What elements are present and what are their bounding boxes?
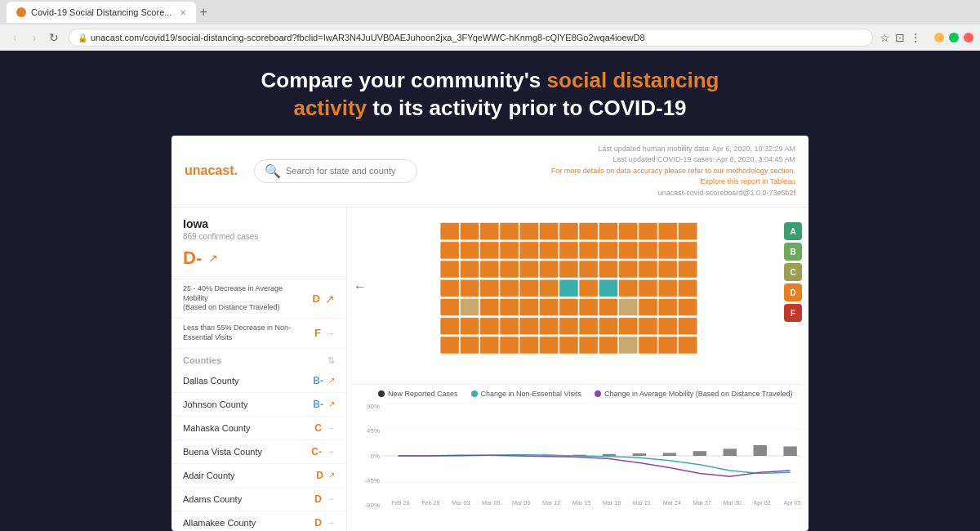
svg-rect-81 [499,337,518,354]
minimize-button[interactable] [934,33,944,42]
sidebar: Iowa 869 confirmed cases D- ↗ 25 - 40% D… [172,207,347,531]
header-orange-2: activity [293,96,367,120]
county-name-mahaska: Mahaska County [183,423,251,433]
svg-rect-106 [693,451,706,456]
url-text: unacast.com/covid19/social-distancing-sc… [91,33,645,42]
svg-rect-80 [479,337,498,354]
url-bar[interactable]: 🔒 unacast.com/covid19/social-distancing-… [69,29,873,47]
visits-label: Change in Non-Essential Visits [481,390,581,398]
county-row-buenavista[interactable]: Buena Vista County C- → [172,440,346,464]
svg-rect-36 [638,261,657,278]
county-row-adams[interactable]: Adams County D → [172,488,346,511]
county-name-allamakee: Allamakee County [183,518,256,528]
close-button[interactable] [964,33,973,42]
legend-item-mobility: Change in Average Mobility (Based on Dis… [595,390,792,398]
y-label-90: 90% [354,403,380,410]
state-trend-arrow: ↗ [208,252,218,265]
legend-item-cases: New Reported Cases [378,390,458,398]
nav-buttons: ‹ › ↻ [7,29,62,46]
browser-chrome: Covid-19 Social Distancing Score... ✕ + … [0,0,980,51]
bookmark-icon[interactable]: ☆ [880,31,890,44]
search-bar[interactable]: 🔍 [254,159,417,183]
maximize-button[interactable] [949,33,959,42]
page-wrapper: Compare your community's social distanci… [0,51,980,531]
svg-rect-41 [479,279,498,297]
svg-text:Mar 03: Mar 03 [452,500,470,506]
active-tab[interactable]: Covid-19 Social Distancing Score... ✕ [7,2,196,23]
svg-rect-62 [638,299,657,316]
svg-rect-69 [519,318,538,335]
svg-rect-20 [579,242,598,259]
menu-icon[interactable]: ⋮ [910,31,921,44]
svg-rect-19 [559,242,577,259]
svg-rect-17 [519,242,538,259]
mobility-dot [595,390,601,397]
svg-rect-109 [783,447,796,457]
chart-legend: New Reported Cases Change in Non-Essenti… [354,390,802,398]
county-name-dallas: Dallas County [183,376,238,386]
header-orange-1: social distancing [547,68,719,92]
back-button[interactable]: ← [354,279,367,294]
svg-rect-54 [479,299,498,316]
back-button[interactable]: ‹ [7,29,23,46]
tableau-link[interactable]: Explore this report in Tableau [701,177,795,185]
last-updated-mobility: Last updated human mobility data: Apr 6,… [551,144,795,155]
tab-bar: Covid-19 Social Distancing Score... ✕ + [0,0,980,25]
svg-rect-75 [638,318,657,335]
y-label-0: 0% [354,453,380,460]
top-bar: unacast. 🔍 Last updated human mobility d… [172,136,808,208]
county-name-adams: Adams County [183,494,242,504]
county-row-dallas[interactable]: Dallas County B- ↗ [172,369,346,393]
svg-rect-24 [658,242,677,259]
svg-text:Mar 21: Mar 21 [633,500,651,506]
county-row-mahaska[interactable]: Mahaska County C → [172,417,346,440]
search-input[interactable] [286,166,407,176]
svg-rect-35 [618,261,637,278]
county-grade-adair: D [316,470,323,481]
county-arrow-johnson: ↗ [328,399,335,408]
svg-text:Feb 29: Feb 29 [421,500,439,506]
svg-text:Mar 27: Mar 27 [693,500,711,506]
county-grade-buenavista: C- [311,446,322,457]
svg-rect-67 [479,318,498,335]
county-row-johnson[interactable]: Johnson County B- ↗ [172,393,346,417]
svg-rect-10 [638,223,657,240]
county-row-allamakee[interactable]: Allamakee County D → [172,511,346,531]
map-container: ← [354,214,802,377]
new-tab-button[interactable]: + [199,6,207,19]
tab-favicon [16,7,26,17]
counties-header: Counties ⇅ [172,349,346,369]
svg-rect-38 [678,261,697,278]
svg-text:Mar 18: Mar 18 [603,500,621,506]
svg-rect-66 [460,318,479,335]
county-name-adair: Adair County [183,471,235,480]
svg-text:Mar 24: Mar 24 [663,500,681,506]
svg-rect-82 [519,337,538,354]
svg-rect-105 [663,453,676,456]
svg-rect-25 [678,242,697,259]
svg-text:Feb 26: Feb 26 [391,500,409,506]
svg-rect-71 [559,318,577,335]
county-grade-allamakee: D [314,517,322,529]
county-row-adair[interactable]: Adair County D ↗ [172,464,346,488]
svg-rect-40 [460,279,479,297]
svg-text:Mar 09: Mar 09 [512,500,530,506]
svg-rect-53 [460,299,479,316]
svg-rect-51 [678,279,697,297]
extensions-icon[interactable]: ⊡ [895,31,905,44]
svg-text:Mar 12: Mar 12 [542,500,560,506]
county-arrow-mahaska: → [327,423,335,432]
tab-close-button[interactable]: ✕ [180,8,186,17]
svg-rect-5 [539,223,558,240]
methodology-link[interactable]: For more details on data accuracy please… [551,167,795,175]
header-text-2: to its activity prior to COVID-19 [372,96,686,120]
svg-rect-52 [440,299,459,316]
svg-rect-32 [559,261,577,278]
forward-button[interactable]: › [26,29,42,46]
svg-rect-33 [579,261,598,278]
sort-icon[interactable]: ⇅ [327,355,335,366]
reload-button[interactable]: ↻ [46,29,62,46]
version-info: unacast-covid-scoreboard@1.0.0-73e5b2f [551,188,795,199]
cases-label: New Reported Cases [388,390,458,398]
tab-title: Covid-19 Social Distancing Score... [31,7,172,17]
